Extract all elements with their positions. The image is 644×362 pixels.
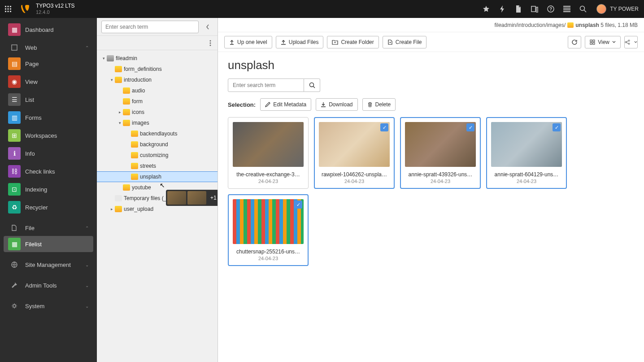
tree-toolbar-secondary (97, 36, 218, 50)
filelist-icon: ▦ (8, 238, 21, 250)
download-button[interactable]: Download (316, 98, 357, 111)
create-file-button[interactable]: Create File (383, 36, 427, 48)
group-label: Web (25, 44, 37, 51)
file-name: rawpixel-1046262-unspla… (319, 171, 390, 178)
topbar: TYPO3 v12 LTS 12.4.0 ? TY POWER (0, 0, 644, 18)
tree-node-introduction[interactable]: ▾introduction (97, 74, 218, 85)
file-tile[interactable]: ✓rawpixel-1046262-unspla…24-04-23 (314, 117, 395, 189)
svg-rect-1 (8, 6, 9, 7)
module-label: View (25, 79, 38, 85)
chevron-left-icon (206, 24, 209, 30)
tree-node-label: user_upload (124, 206, 153, 212)
bookmark-button[interactable] (478, 0, 494, 18)
folder-icon (131, 131, 138, 137)
apps-grid-button[interactable] (0, 0, 16, 18)
svg-rect-13 (563, 9, 570, 10)
module-recycler[interactable]: ♻Recycler (4, 199, 93, 215)
user-menu[interactable]: TY POWER (591, 4, 644, 14)
search-button[interactable] (575, 0, 591, 18)
open-doc-button[interactable] (510, 0, 527, 18)
tree-options-button[interactable] (208, 38, 213, 48)
module-checklinks[interactable]: ⛓Check links (4, 163, 93, 179)
svg-point-21 (210, 42, 211, 44)
cache-button[interactable] (494, 0, 510, 18)
delete-button[interactable]: Delete (362, 98, 396, 111)
info-icon: ℹ (8, 147, 21, 160)
svg-line-31 (313, 87, 315, 88)
tree-toggle[interactable]: ▸ (109, 207, 115, 211)
file-date: 24-04-23 (233, 179, 304, 184)
file-name: annie-spratt-439326-uns… (405, 171, 476, 178)
folder-plus-icon (332, 39, 338, 45)
drag-preview: +1 (166, 190, 218, 206)
tree-search-input[interactable] (101, 21, 199, 33)
module-menu: ▦ Dashboard Web⌃▤Page◉View☰List▥Forms⊞Wo… (0, 18, 97, 362)
file-thumbnail (319, 122, 390, 167)
tree-node-backendlayouts[interactable]: backendlayouts (97, 128, 218, 139)
chevron-down-icon: ⌄ (85, 283, 89, 288)
module-dashboard[interactable]: ▦ Dashboard (4, 22, 93, 38)
tree-toggle[interactable]: ▾ (117, 121, 123, 125)
share-button[interactable] (624, 36, 638, 48)
tree-node-streets[interactable]: streets (97, 161, 218, 171)
tree-node-audio[interactable]: audio (97, 85, 218, 96)
module-info[interactable]: ℹInfo (4, 145, 93, 161)
upload-files-button[interactable]: Upload Files (276, 36, 324, 48)
file-date: 24-04-23 (319, 179, 390, 184)
file-tile[interactable]: ✓annie-spratt-604129-uns…24-04-23 (486, 117, 567, 189)
tree-node-icons[interactable]: ▸icons (97, 107, 218, 118)
tree-node-form-definitions[interactable]: form_definitions (97, 64, 218, 74)
folder-icon (131, 163, 138, 169)
drag-thumb (187, 191, 206, 205)
tree-node-label: backendlayouts (140, 131, 177, 137)
level-up-icon (229, 39, 235, 45)
help-button[interactable]: ? (543, 0, 559, 18)
tree-node-label: form_definitions (124, 66, 162, 72)
svg-point-30 (309, 83, 313, 87)
module-list[interactable]: ☰List (4, 92, 93, 108)
collapse-tree-button[interactable] (202, 22, 213, 32)
svg-rect-12 (563, 8, 570, 9)
module-group-file[interactable]: File⌃ (4, 220, 93, 236)
breadcrumb-bar: fileadmin/introduction/images/ unsplash … (218, 18, 644, 32)
up-one-level-button[interactable]: Up one level (224, 36, 272, 48)
file-date: 24-04-23 (405, 179, 476, 184)
svg-rect-2 (10, 6, 11, 7)
module-group-site[interactable]: Site Management⌄ (4, 257, 93, 273)
tree-toggle[interactable]: ▾ (100, 56, 107, 61)
refresh-button[interactable] (568, 36, 581, 48)
module-filelist[interactable]: ▦Filelist (4, 236, 93, 252)
open-docs-button[interactable] (527, 0, 543, 18)
module-group-admintools[interactable]: Admin Tools⌄ (4, 277, 93, 293)
list-button[interactable] (559, 0, 575, 18)
search-input[interactable] (228, 79, 304, 92)
create-folder-button[interactable]: Create Folder (327, 36, 379, 48)
drag-count: +1 (208, 195, 218, 201)
list-icon (563, 6, 570, 12)
tree-toggle[interactable]: ▸ (117, 110, 123, 114)
tree-node-form[interactable]: form (97, 96, 218, 107)
file-tile[interactable]: ✓annie-spratt-439326-uns…24-04-23 (400, 117, 481, 189)
file-tile[interactable]: ✓chuttersnap-255216-uns…24-04-23 (228, 194, 309, 266)
module-indexing[interactable]: ⊡Indexing (4, 181, 93, 197)
module-group-web[interactable]: Web⌃ (4, 39, 93, 56)
tree-node-images[interactable]: ▾images (97, 118, 218, 128)
module-forms[interactable]: ▥Forms (4, 109, 93, 126)
brand-block: TYPO3 v12 LTS 12.4.0 (34, 3, 74, 15)
module-view[interactable]: ◉View (4, 74, 93, 90)
tree-toggle[interactable]: ▾ (109, 78, 115, 82)
file-tile[interactable]: the-creative-exchange-3…24-04-23 (228, 117, 309, 189)
help-icon: ? (547, 5, 554, 13)
module-page[interactable]: ▤Page (4, 56, 93, 72)
search-submit-button[interactable] (304, 79, 320, 92)
tree-node-background[interactable]: background (97, 139, 218, 150)
view-button[interactable]: View (585, 36, 621, 48)
tree-node-fileadmin[interactable]: ▾fileadmin (97, 53, 218, 64)
module-group-system[interactable]: System⌄ (4, 298, 93, 314)
module-workspaces[interactable]: ⊞Workspaces (4, 127, 93, 144)
tree-node-unsplash[interactable]: unsplash (97, 171, 218, 182)
forms-icon: ▥ (8, 111, 21, 124)
svg-text:?: ? (549, 7, 552, 12)
tree-node-customizing[interactable]: customizing (97, 150, 218, 161)
edit-metadata-button[interactable]: Edit Metadata (260, 98, 311, 111)
